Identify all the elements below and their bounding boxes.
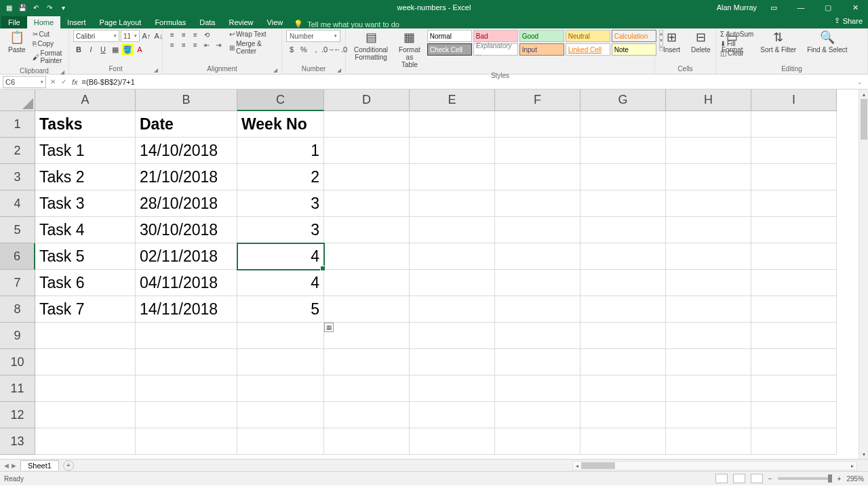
cell[interactable] (35, 349, 136, 375)
row-header[interactable]: 9 (0, 323, 35, 349)
increase-decimal-icon[interactable]: .0→ (323, 44, 334, 55)
sheet-nav-next-icon[interactable]: ▶ (12, 462, 16, 469)
paste-button[interactable]: 📋 Paste (4, 30, 30, 55)
cell[interactable] (495, 402, 580, 428)
style-normal[interactable]: Normal (427, 30, 472, 42)
cell[interactable] (580, 349, 666, 375)
cell[interactable] (410, 375, 495, 402)
cell[interactable] (495, 349, 580, 375)
sheet-tab[interactable]: Sheet1 (20, 460, 59, 470)
align-top-icon[interactable]: ≡ (167, 30, 178, 39)
align-left-icon[interactable]: ≡ (167, 40, 178, 49)
column-header[interactable]: I (751, 89, 837, 111)
cell[interactable] (495, 243, 580, 270)
grow-font-icon[interactable]: A↑ (141, 30, 152, 41)
select-all-corner[interactable] (0, 89, 35, 111)
cell-grid[interactable]: ABCDEFGHI1TasksDateWeek No2Task 114/10/2… (0, 89, 868, 455)
scroll-down-icon[interactable]: ▾ (859, 449, 868, 459)
cell[interactable] (495, 138, 580, 164)
font-name-combo[interactable]: Calibri▾ (73, 30, 119, 42)
cell[interactable] (751, 217, 837, 243)
decrease-decimal-icon[interactable]: ←.0 (335, 44, 346, 55)
style-bad[interactable]: Bad (473, 30, 518, 42)
row-header[interactable]: 4 (0, 190, 35, 217)
cell[interactable]: 3 (237, 190, 324, 217)
tab-view[interactable]: View (260, 16, 290, 28)
cell[interactable] (666, 323, 751, 349)
column-header[interactable]: E (410, 89, 495, 111)
font-size-combo[interactable]: 11▾ (121, 30, 140, 42)
cell[interactable] (237, 349, 324, 375)
cell[interactable]: 4 (237, 243, 324, 270)
undo-icon[interactable]: ↶ (31, 3, 41, 12)
redo-icon[interactable]: ↷ (45, 3, 54, 12)
accounting-icon[interactable]: $ (286, 44, 297, 55)
cell[interactable]: 14/11/2018 (136, 296, 237, 323)
column-header[interactable]: A (35, 89, 136, 111)
cell[interactable] (324, 190, 410, 217)
tab-home[interactable]: Home (27, 16, 60, 28)
style-note[interactable]: Note (612, 43, 656, 56)
cell[interactable]: 04/11/2018 (136, 270, 237, 296)
cell[interactable] (35, 375, 136, 402)
cell[interactable]: 14/10/2018 (136, 138, 237, 164)
cell[interactable] (324, 349, 410, 375)
h-scroll-thumb[interactable] (581, 462, 615, 469)
format-painter-button[interactable]: 🖌Format Painter (33, 49, 64, 65)
cell[interactable] (35, 402, 136, 428)
formula-input[interactable]: =(B6-$B$2)/7+1 (82, 78, 135, 86)
launcher-icon[interactable]: ◢ (154, 67, 158, 73)
column-header[interactable]: F (495, 89, 580, 111)
launcher-icon[interactable]: ◢ (60, 69, 64, 75)
autofill-options-icon[interactable]: ▦ (324, 323, 334, 332)
cell[interactable]: Task 1 (35, 138, 136, 164)
cell[interactable] (136, 375, 237, 402)
cell[interactable] (324, 111, 410, 138)
cell[interactable] (666, 111, 751, 138)
cell[interactable] (751, 428, 837, 455)
cell[interactable]: Taks 2 (35, 164, 136, 190)
minimize-button[interactable]: ― (791, 0, 811, 15)
cell[interactable] (324, 270, 410, 296)
normal-view-icon[interactable] (715, 474, 728, 483)
cell[interactable] (751, 349, 837, 375)
column-header[interactable]: G (580, 89, 666, 111)
cell[interactable]: 21/10/2018 (136, 164, 237, 190)
cell[interactable] (410, 296, 495, 323)
cell[interactable]: 28/10/2018 (136, 190, 237, 217)
cell[interactable] (751, 111, 837, 138)
cell[interactable]: 30/10/2018 (136, 217, 237, 243)
number-format-combo[interactable]: Number▾ (286, 30, 340, 42)
style-linked-cell[interactable]: Linked Cell (566, 43, 610, 56)
cell[interactable] (580, 138, 666, 164)
cell[interactable]: Task 6 (35, 270, 136, 296)
align-bottom-icon[interactable]: ≡ (190, 30, 201, 39)
comma-icon[interactable]: , (311, 44, 321, 55)
tab-insert[interactable]: Insert (60, 16, 93, 28)
cell[interactable] (495, 296, 580, 323)
cell[interactable] (495, 111, 580, 138)
tab-review[interactable]: Review (222, 16, 260, 28)
cell[interactable] (666, 375, 751, 402)
tab-data[interactable]: Data (193, 16, 222, 28)
cell[interactable] (666, 349, 751, 375)
cell[interactable] (410, 164, 495, 190)
indent-dec-icon[interactable]: ⇤ (201, 40, 212, 49)
underline-button[interactable]: U (98, 44, 108, 55)
row-header[interactable]: 1 (0, 111, 35, 138)
conditional-formatting-button[interactable]: ▤Conditional Formatting (350, 30, 392, 62)
cell[interactable] (410, 111, 495, 138)
cell[interactable] (666, 217, 751, 243)
fill-button[interactable]: ⬇Fill (720, 39, 753, 48)
cell[interactable]: Tasks (35, 111, 136, 138)
align-center-icon[interactable]: ≡ (178, 40, 189, 49)
cell[interactable] (666, 270, 751, 296)
column-header[interactable]: C (237, 89, 324, 111)
cell[interactable] (580, 164, 666, 190)
cell[interactable] (324, 138, 410, 164)
column-header[interactable]: D (324, 89, 410, 111)
sort-filter-button[interactable]: ⇅Sort & Filter (756, 30, 800, 55)
column-header[interactable]: H (666, 89, 751, 111)
cell[interactable] (751, 323, 837, 349)
cell[interactable] (410, 323, 495, 349)
